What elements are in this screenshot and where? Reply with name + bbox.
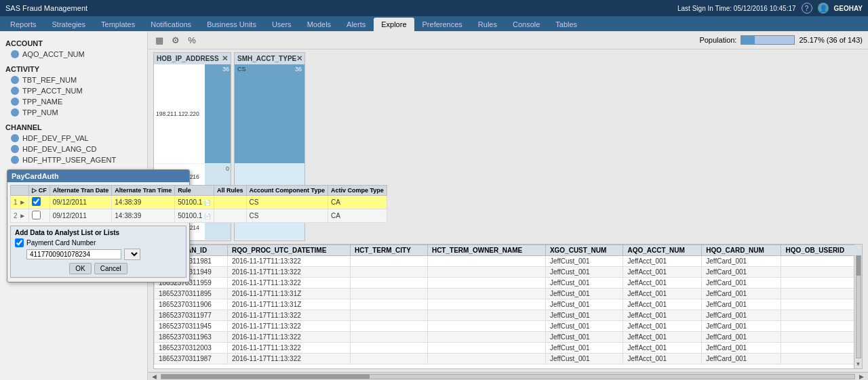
table-cell: JeffAcct_001 <box>623 267 702 278</box>
table-cell: JeffCust_001 <box>545 256 623 267</box>
table-row[interactable]: 186523703119062016-11-17T11:13:31ZJeffCu… <box>155 299 862 310</box>
horizontal-scrollbar[interactable]: ◀ ▶ <box>148 372 868 380</box>
col-hqo-ob-userid[interactable]: HQO_OB_USERID <box>781 245 862 256</box>
table-cell: 2016-11-17T11:13:322 <box>228 267 351 278</box>
col-xgo-cust-num[interactable]: XGO_CUST_NUM <box>545 245 623 256</box>
table-cell: JeffCard_001 <box>702 289 781 299</box>
table-row[interactable]: 186523703119592016-11-17T11:13:322JeffCu… <box>155 278 862 289</box>
table-row[interactable]: 186523703120032016-11-17T11:13:322JeffCu… <box>155 343 862 354</box>
table-cell: JeffCard_001 <box>702 278 781 289</box>
nav-tabs: ReportsStrategiesTemplatesNotificationsB… <box>0 16 868 31</box>
tab-strategies[interactable]: Strategies <box>45 18 94 31</box>
settings-icon[interactable]: ⚙ <box>170 34 182 46</box>
table-cell <box>351 267 428 278</box>
table-row[interactable]: 186523703119452016-11-17T11:13:322JeffCu… <box>155 321 862 332</box>
table-cell: JeffAcct_001 <box>623 343 702 354</box>
sidebar-item-icon <box>11 50 19 58</box>
table-row[interactable]: 186523703119772016-11-17T11:13:322JeffCu… <box>155 310 862 321</box>
floating-dialog: PayCardAuth ▷ CF Alternate Tran Date Alt… <box>7 169 190 282</box>
add-data-title: Add Data to Analyst List or Lists <box>15 229 182 236</box>
scroll-down-arrow[interactable]: ▼ <box>856 360 861 368</box>
table-cell: 18652370311987 <box>155 354 228 364</box>
col-aqo-acct-num[interactable]: AQO_ACCT_NUM <box>623 245 702 256</box>
col-hqo-card-num[interactable]: HQO_CARD_NUM <box>702 245 781 256</box>
table-cell: 18652370311977 <box>155 310 228 321</box>
dialog-content: ▷ CF Alternate Tran Date Alternate Tran … <box>7 182 189 282</box>
chart2-bar-cs[interactable]: CS 36 <box>235 64 304 164</box>
scroll-thumb[interactable] <box>856 255 861 276</box>
table-cell: JeffCust_001 <box>545 321 623 332</box>
sidebar-item-aqo_acct_num[interactable]: AQO_ACCT_NUM <box>0 49 147 60</box>
sidebar-item-label: TPP_NUM <box>22 108 58 117</box>
table-cell: JeffAcct_001 <box>623 321 702 332</box>
tab-business units[interactable]: Business Units <box>199 18 264 31</box>
table-row[interactable]: 186523703119632016-11-17T11:13:322JeffCu… <box>155 332 862 343</box>
col-hct-term-city[interactable]: HCT_TERM_CITY <box>351 245 428 256</box>
h-scroll-thumb[interactable] <box>161 375 370 379</box>
ok-button[interactable]: OK <box>69 263 91 274</box>
scroll-left-arrow[interactable]: ◀ <box>151 373 158 380</box>
sidebar-item-tpp_acct_num[interactable]: TPP_ACCT_NUM <box>0 85 147 96</box>
table-row[interactable]: 186523703119492016-11-17T11:13:322JeffCu… <box>155 267 862 278</box>
tab-explore[interactable]: Explore <box>374 18 414 31</box>
sidebar-item-hdf_http_user_agent[interactable]: HDF_HTTP_USER_AGENT <box>0 154 147 165</box>
table-cell: JeffCust_001 <box>545 332 623 343</box>
payment-card-checkbox[interactable] <box>15 238 24 247</box>
chart1-bar-1[interactable]: 198.211.122.220 36 <box>154 64 231 164</box>
tab-notifications[interactable]: Notifications <box>143 18 199 31</box>
user-icon[interactable]: 👤 <box>818 3 829 14</box>
table-cell: 18652370312003 <box>155 343 228 354</box>
vertical-scrollbar[interactable]: ▲ ▼ <box>854 245 862 368</box>
tab-alerts[interactable]: Alerts <box>339 18 373 31</box>
dialog-table-row-2[interactable]: 2 ► 09/12/2011 14:38:39 50100.1 📄 CS CA <box>11 209 387 223</box>
tab-users[interactable]: Users <box>264 18 299 31</box>
col-hct-term-owner-name[interactable]: HCT_TERM_OWNER_NAME <box>427 245 545 256</box>
dialog-table-row-1[interactable]: 1 ► 09/12/2011 14:38:39 50100.1 📄 CS CA <box>11 196 387 209</box>
table-cell: JeffCard_001 <box>702 310 781 321</box>
tab-preferences[interactable]: Preferences <box>415 18 470 31</box>
table-row[interactable]: 186523703119812016-11-17T11:13:322JeffCu… <box>155 256 862 267</box>
col-rqo-proc-utc-datetime[interactable]: RQO_PROC_UTC_DATETIME <box>228 245 351 256</box>
sidebar-item-hdf_dev_lang_cd[interactable]: HDF_DEV_LANG_CD <box>0 144 147 154</box>
sidebar-item-tbt_ref_num[interactable]: TBT_REF_NUM <box>0 75 147 85</box>
sidebar-item-tpp_name[interactable]: TPP_NAME <box>0 96 147 107</box>
sidebar-item-tpp_num[interactable]: TPP_NUM <box>0 107 147 118</box>
population-bar: Population: 25.17% (36 of 143) <box>699 35 863 45</box>
table-cell: JeffCust_001 <box>545 299 623 310</box>
help-icon[interactable]: ? <box>802 3 812 14</box>
sidebar-item-hdf_dev_fp_val[interactable]: HDF_DEV_FP_VAL <box>0 133 147 144</box>
scroll-track[interactable] <box>856 255 861 358</box>
table-cell <box>427 267 545 278</box>
card-number-input[interactable] <box>26 249 121 259</box>
table-cell: JeffAcct_001 <box>623 299 702 310</box>
chart1-title: HOB_IP_ADDRESS <box>157 55 219 62</box>
dialog-table-header: ▷ CF Alternate Tran Date Alternate Tran … <box>11 186 387 196</box>
scroll-right-arrow[interactable]: ▶ <box>858 373 865 380</box>
table-cell: 2016-11-17T11:13:322 <box>228 321 351 332</box>
sidebar-item-icon <box>11 134 19 142</box>
tab-templates[interactable]: Templates <box>94 18 142 31</box>
data-table: CMX_TRAN_IDRQO_PROC_UTC_DATETIMEHCT_TERM… <box>154 245 862 364</box>
row2-checkbox[interactable] <box>32 211 41 219</box>
tab-console[interactable]: Console <box>505 18 547 31</box>
population-progress <box>741 35 795 45</box>
list-select[interactable] <box>124 249 140 260</box>
tab-models[interactable]: Models <box>300 18 338 31</box>
table-cell: JeffCust_001 <box>545 289 623 299</box>
last-signin-text: Last Sign In Time: 05/12/2016 10:45:17 <box>677 5 796 12</box>
table-row[interactable]: 186523703119872016-11-17T11:13:322JeffCu… <box>155 354 862 364</box>
tab-tables[interactable]: Tables <box>548 18 585 31</box>
table-row[interactable]: 186523703118952016-11-17T11:13:31ZJeffCu… <box>155 289 862 299</box>
row1-checkbox[interactable] <box>32 197 41 206</box>
filter-icon[interactable]: ▦ <box>153 34 165 46</box>
tab-reports[interactable]: Reports <box>3 18 44 31</box>
cancel-button[interactable]: Cancel <box>94 263 127 274</box>
chart2-close[interactable]: ✕ <box>296 54 302 63</box>
percent-icon[interactable]: % <box>186 34 198 46</box>
chart1-close[interactable]: ✕ <box>222 54 228 63</box>
tab-rules[interactable]: Rules <box>471 18 505 31</box>
table-cell <box>351 354 428 364</box>
h-scroll-track[interactable] <box>161 374 855 379</box>
username: GEOHAY <box>834 5 863 12</box>
data-table-area: CMX_TRAN_IDRQO_PROC_UTC_DATETIMEHCT_TERM… <box>153 244 863 369</box>
